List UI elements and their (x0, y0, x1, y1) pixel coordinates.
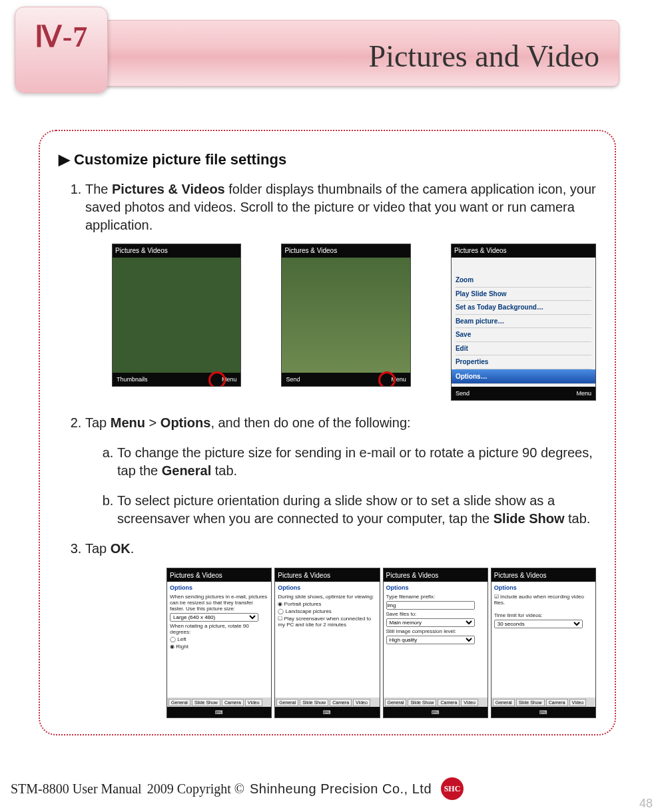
step-2b: To select picture orientation during a s… (117, 492, 596, 528)
tab-camera: Camera (330, 699, 352, 706)
portrait-radio: ◉ Portrait pictures (278, 601, 376, 607)
options-tabs: GeneralSlide ShowCameraVideo (492, 698, 595, 707)
tab-camera: Camera (438, 699, 460, 706)
send-label: Send (286, 375, 300, 383)
copyright-text: 2009 Copyright © (147, 781, 244, 797)
compression-select: High quality (386, 636, 475, 644)
menu-item-zoom: Zoom (456, 274, 591, 288)
tab-camera: Camera (546, 699, 568, 706)
screensaver-checkbox: ☐ Play screensaver when connected to my … (278, 616, 376, 628)
bold-text: OK (111, 541, 131, 556)
bottombar: ⌨ (167, 707, 271, 717)
titlebar: Pictures & Videos (167, 568, 271, 582)
tab-video: Video (245, 699, 262, 706)
tab-slideshow: Slide Show (516, 699, 545, 706)
tab-general: General (276, 699, 298, 706)
landscape-radio: ◯ Landscape pictures (278, 608, 376, 614)
tab-video: Video (353, 699, 370, 706)
rotate-right-radio: ◉ Right (170, 644, 268, 650)
bottombar: ⌨ (275, 707, 379, 717)
menu-item-properties: Properties (456, 355, 591, 369)
shc-logo-icon: SHC (441, 777, 464, 800)
titlebar: Pictures & Videos (384, 568, 488, 582)
tab-general: General (168, 699, 190, 706)
tab-slideshow: Slide Show (408, 699, 436, 706)
section-heading: ▶ Customize picture file settings (59, 151, 596, 168)
bold-text: General (162, 463, 211, 478)
picture-size-select: Large (640 x 480) (170, 613, 258, 622)
menu-item-play-slideshow: Play Slide Show (456, 288, 591, 302)
company-name: Shinheung Precision Co., Ltd (250, 781, 432, 797)
options-body: Options Type filename prefix: Save files… (384, 582, 488, 707)
menu-label: Menu (576, 389, 591, 397)
options-heading: Options (386, 584, 485, 591)
tab-slideshow: Slide Show (300, 699, 328, 706)
screenshot-options-general: Pictures & Videos Options When sending p… (166, 568, 272, 718)
page-footer: STM-8800 User Manual 2009 Copyright © Sh… (11, 777, 649, 800)
options-heading: Options (494, 584, 593, 591)
tab-camera: Camera (222, 699, 244, 706)
options-body: Options ☑ Include audio when recording v… (492, 582, 595, 707)
text: Tap (85, 415, 111, 430)
text: . (131, 541, 135, 556)
options-tabs: GeneralSlide ShowCameraVideo (167, 698, 271, 707)
include-audio-checkbox: ☑ Include audio when recording video fil… (494, 594, 593, 606)
chapter-badge: Ⅳ-7 (15, 7, 108, 93)
menu-item-set-today-bg: Set as Today Background… (456, 301, 591, 315)
screenshot-camera-view: Pictures & Videos Thumbnails Menu (112, 244, 241, 387)
screenshot-body (282, 258, 410, 373)
screenshot-options-video: Pictures & Videos Options ☑ Include audi… (491, 568, 596, 718)
filename-prefix-input (386, 601, 475, 610)
screenshot-row: Pictures & Videos Thumbnails Menu Pictur… (112, 244, 596, 401)
screenshot-body (113, 258, 240, 373)
content-box: ▶ Customize picture file settings The Pi… (39, 130, 616, 735)
bold-text: Menu (111, 415, 145, 430)
menu-item-beam: Beam picture… (456, 315, 591, 329)
titlebar: Pictures & Videos (275, 568, 379, 582)
rotate-left-radio: ◯ Left (170, 636, 268, 642)
titlebar: Pictures & Videos (452, 244, 595, 258)
options-text: When rotating a picture, rotate 90 degre… (170, 623, 268, 635)
tab-video: Video (569, 699, 587, 706)
options-text: During slide shows, optimize for viewing… (278, 594, 376, 600)
window-title: Pictures & Videos (386, 572, 439, 579)
text: tab. (211, 463, 237, 478)
window-title: Pictures & Videos (494, 572, 547, 579)
text: tab. (564, 511, 590, 526)
options-text: When sending pictures in e-mail, picture… (170, 594, 268, 612)
tab-general: General (385, 699, 407, 706)
bottombar: Send Menu (452, 387, 595, 400)
tab-video: Video (461, 699, 478, 706)
titlebar: Pictures & Videos (113, 244, 240, 258)
screenshot-options-camera: Pictures & Videos Options Type filename … (383, 568, 488, 718)
tab-general: General (493, 699, 515, 706)
step-1: The Pictures & Videos folder displays th… (85, 180, 596, 401)
send-label: Send (456, 389, 470, 397)
step-2: Tap Menu > Options, and then do one of t… (85, 414, 596, 528)
text: , and then do one of the following: (210, 415, 410, 430)
options-tabs: GeneralSlide ShowCameraVideo (384, 698, 488, 707)
bold-text: Pictures & Videos (112, 182, 225, 196)
bottombar: ⌨ (492, 707, 595, 717)
highlight-circle-icon (378, 371, 396, 387)
text: The (85, 182, 112, 196)
bottombar: ⌨ (384, 707, 488, 717)
window-title: Pictures & Videos (170, 572, 222, 579)
options-label: Time limit for videos: (494, 612, 593, 618)
screenshot-body: Zoom Play Slide Show Set as Today Backgr… (452, 258, 595, 387)
text: > (145, 415, 161, 430)
step-2a: To change the picture size for sending i… (117, 444, 596, 480)
menu-item-save: Save (456, 328, 591, 342)
screenshot-menu-open: Pictures & Videos Zoom Play Slide Show S… (451, 244, 596, 401)
save-location-select: Main memory (386, 618, 475, 627)
chapter-number: Ⅳ-7 (35, 19, 89, 54)
highlight-circle-icon (208, 371, 226, 387)
titlebar: Pictures & Videos (282, 244, 410, 258)
manual-name: STM-8800 User Manual (11, 781, 142, 797)
options-heading: Options (170, 584, 268, 591)
bold-text: Slide Show (493, 511, 565, 526)
step-3: Tap OK. (85, 540, 596, 558)
page-title: Pictures and Video (369, 39, 599, 74)
window-title: Pictures & Videos (454, 246, 507, 256)
text: To select picture orientation during a s… (117, 493, 555, 526)
